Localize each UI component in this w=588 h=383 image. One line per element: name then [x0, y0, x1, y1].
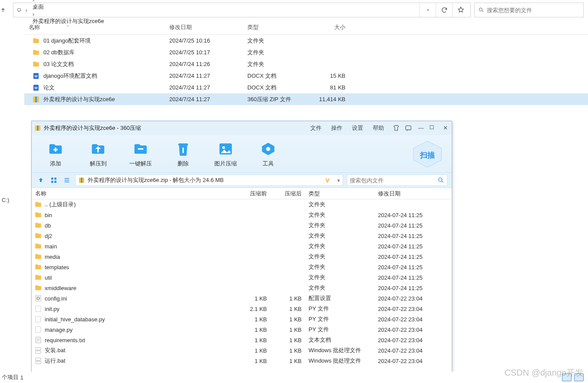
view-list-icon[interactable]: [62, 175, 72, 185]
zip-file-row[interactable]: .. (上级目录)文件夹: [32, 199, 452, 210]
zip-file-row[interactable]: util文件夹2024-07-24 11:25: [32, 272, 452, 283]
svg-point-17: [266, 147, 270, 151]
file-type: 360压缩 ZIP 文件: [247, 96, 312, 103]
breadcrumb-item[interactable]: 桌面: [30, 3, 107, 11]
pc-icon[interactable]: [15, 6, 23, 14]
zip-file-date: 2024-07-24 11:25: [374, 264, 439, 271]
svg-rect-9: [37, 125, 39, 131]
zip-file-row[interactable]: templates文件夹2024-07-24 11:25: [32, 262, 452, 272]
zcol-pre: 压缩前: [232, 190, 271, 198]
zip-path-field[interactable]: 外卖程序的设计与实现zce6e.zip - 解包大小为 24.6 MB V ▾: [75, 175, 343, 186]
chevron-right-icon[interactable]: ›: [30, 11, 37, 17]
scan-badge[interactable]: 扫描: [412, 140, 443, 168]
zip-menu-item[interactable]: 操作: [331, 124, 342, 132]
zip-size-pre: 1 KB: [232, 347, 271, 354]
chevron-right-icon[interactable]: ›: [23, 7, 30, 13]
zip-file-name: xmiddleware: [45, 285, 76, 291]
skin-icon[interactable]: [393, 125, 401, 132]
drive-label: C:): [2, 197, 9, 203]
maximize-button[interactable]: [429, 125, 437, 132]
file-row[interactable]: W论文2024/7/24 11:27DOCX 文档81 KB: [24, 82, 588, 93]
svg-rect-13: [178, 143, 188, 145]
svg-rect-25: [81, 178, 82, 183]
view-large-toggle[interactable]: [574, 373, 584, 381]
zip-file-row[interactable]: config.ini1 KB1 KB配置设置2024-07-22 23:04: [32, 293, 452, 304]
file-row[interactable]: 02 db数据库2024/7/25 10:17文件夹: [24, 46, 588, 58]
file-name: 01 django配套环境: [43, 37, 91, 45]
feedback-icon[interactable]: [405, 125, 413, 132]
zip-title: 外卖程序的设计与实现zce6e - 360压缩: [44, 124, 310, 132]
zip-file-name: config.ini: [45, 295, 67, 302]
zip-file-row[interactable]: 运行.bat1 KB1 KBWindows 批处理文件2024-07-22 23…: [32, 356, 452, 366]
file-row[interactable]: 03 论文文档2024/7/24 11:26文件夹: [24, 58, 588, 70]
history-dropdown-button[interactable]: [419, 3, 436, 17]
explorer-columns-header[interactable]: 名称⌃ 修改日期 类型 大小: [24, 20, 588, 35]
zip-file-date: 2024-07-22 23:04: [374, 358, 439, 364]
nav-up-icon[interactable]: [0, 7, 13, 13]
zip-file-name: requirements.txt: [45, 337, 85, 343]
search-icon[interactable]: [437, 177, 444, 184]
minimize-button[interactable]: —: [417, 125, 425, 132]
zip-app-icon: [34, 125, 41, 132]
toolbar-img-compress-button[interactable]: 图片压缩: [210, 140, 241, 168]
zip-file-name: main: [45, 243, 57, 250]
zip-menu-item[interactable]: 设置: [352, 124, 363, 132]
folder-icon: [34, 263, 42, 271]
zip-file-type: 文件夹: [306, 263, 374, 271]
toolbar-extract-one-button[interactable]: 一键解压: [125, 140, 156, 168]
col-size-label: 大小: [312, 23, 351, 31]
zip-menu-item[interactable]: 文件: [310, 124, 322, 132]
file-row[interactable]: Wdjanogo环境配置文档2024/7/24 11:27DOCX 文档15 K…: [24, 70, 588, 82]
zip-file-row[interactable]: media文件夹2024-07-24 11:25: [32, 251, 452, 262]
toolbar-add-button[interactable]: 添加: [40, 140, 71, 168]
svg-point-15: [222, 146, 225, 149]
file-type: DOCX 文档: [247, 84, 312, 92]
zip-size-pre: 1 KB: [232, 316, 271, 323]
zip-file-date: 2024-07-24 11:25: [374, 243, 439, 250]
toolbar-tools-button[interactable]: 工具: [253, 140, 283, 168]
zcol-post: 压缩后: [271, 190, 306, 198]
zip-file-type: PY 文件: [306, 305, 374, 313]
zip-file-row[interactable]: bin文件夹2024-07-24 11:25: [32, 210, 452, 220]
file-size: 11,414 KB: [312, 96, 351, 102]
file-name: djanogo环境配置文档: [43, 72, 97, 80]
zip-file-row[interactable]: init.py2.1 KB1 KBPY 文件2024-07-22 23:04: [32, 304, 452, 314]
zip-file-row[interactable]: 安装.bat1 KB1 KBWindows 批处理文件2024-07-22 23…: [32, 345, 452, 356]
svg-rect-7: [36, 96, 37, 102]
zip-file-row[interactable]: initial_hive_database.py1 KB1 KBPY 文件202…: [32, 314, 452, 324]
close-button[interactable]: ✕: [441, 125, 449, 132]
zip-file-name: 安装.bat: [45, 347, 66, 354]
explorer-search-input[interactable]: [487, 7, 580, 13]
zip-inner-search[interactable]: [347, 175, 447, 186]
file-row[interactable]: 01 django配套环境2024/7/25 10:16文件夹: [24, 35, 588, 46]
zip-v-badge[interactable]: V: [319, 177, 337, 184]
zip-inner-search-input[interactable]: [350, 177, 437, 184]
zip-file-row[interactable]: main文件夹2024-07-24 11:25: [32, 241, 452, 251]
file-type: 文件夹: [247, 49, 312, 56]
folder-icon: [34, 232, 42, 240]
zip-file-row[interactable]: dj2文件夹2024-07-24 11:25: [32, 231, 452, 241]
col-name-label: 名称: [29, 23, 40, 31]
zip-titlebar[interactable]: 外卖程序的设计与实现zce6e - 360压缩 文件操作设置帮助 — ✕: [32, 121, 452, 135]
zip-columns-header[interactable]: 名称 压缩前 压缩后 类型 修改日期: [32, 188, 452, 199]
chevron-down-icon[interactable]: ▾: [337, 177, 340, 184]
zip-file-row[interactable]: requirements.txt1 KB1 KB文本文档2024-07-22 2…: [32, 335, 452, 345]
refresh-button[interactable]: [436, 3, 452, 17]
zip-file-row[interactable]: manage.py1 KB1 KBPY 文件2024-07-22 23:04: [32, 324, 452, 335]
zip-menu-item[interactable]: 帮助: [373, 124, 384, 132]
zip-file-row[interactable]: db文件夹2024-07-24 11:25: [32, 220, 452, 231]
toolbar-extract-to-button[interactable]: 解压到: [83, 140, 113, 168]
explorer-search[interactable]: [474, 3, 584, 17]
toolbar-delete-button[interactable]: 删除: [168, 140, 198, 168]
zip-file-date: 2024-07-24 11:25: [374, 233, 439, 239]
svg-rect-22: [51, 181, 53, 183]
view-icons-icon[interactable]: [49, 175, 59, 185]
view-details-toggle[interactable]: [562, 373, 572, 381]
file-row[interactable]: 外卖程序的设计与实现zce6e2024/7/24 11:27360压缩 ZIP …: [24, 93, 588, 105]
zip-file-name: bin: [45, 212, 52, 218]
nav-up-icon[interactable]: [36, 175, 46, 185]
zip-file-type: 文件夹: [306, 201, 374, 208]
zip-file-row[interactable]: xmiddleware文件夹2024-07-24 11:25: [32, 283, 452, 293]
pin-button[interactable]: [452, 3, 469, 17]
zip-size-pre: 1 KB: [232, 327, 271, 333]
